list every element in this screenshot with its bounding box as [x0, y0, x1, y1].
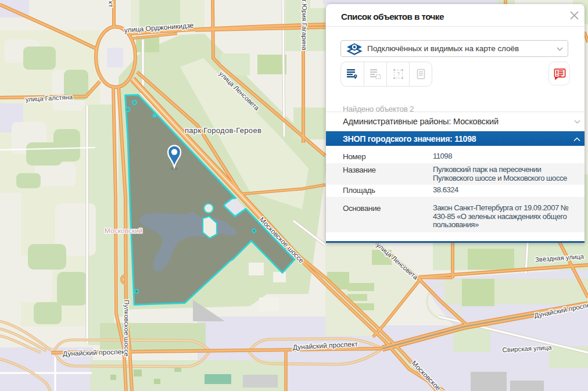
svg-text:т Юрия Гагарина: т Юрия Гагарина	[301, 0, 308, 51]
svg-text:Пулковское шоссе: Пулковское шоссе	[123, 300, 130, 357]
svg-text:?: ?	[396, 71, 400, 78]
svg-text:кт: кт	[107, 1, 114, 8]
svg-text:парк Городов-Героев: парк Городов-Героев	[185, 126, 261, 135]
svg-text:Московский: Московский	[105, 227, 143, 234]
